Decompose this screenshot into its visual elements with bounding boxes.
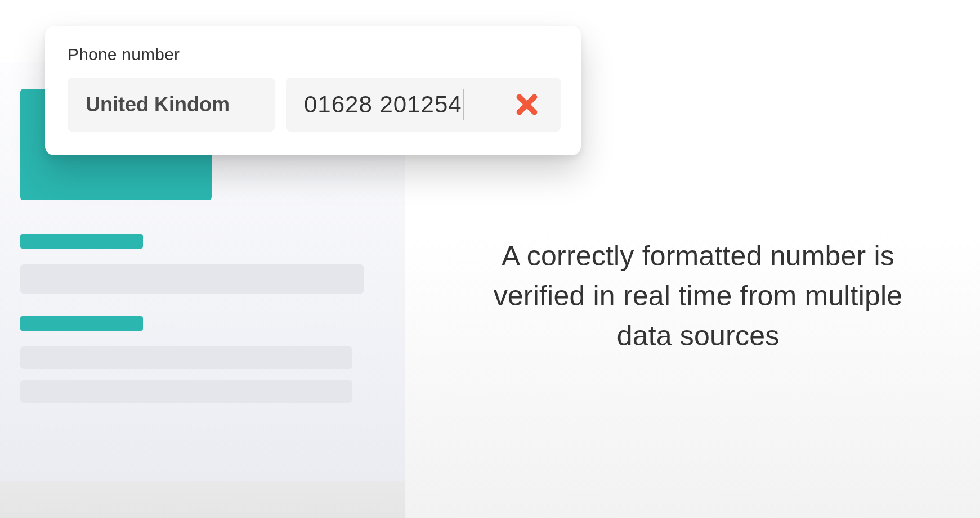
bg-field-input-2b <box>20 380 352 403</box>
bg-field-label-1 <box>20 234 143 249</box>
clear-button[interactable] <box>511 89 543 120</box>
text-cursor <box>463 89 464 120</box>
country-select[interactable]: United Kindom <box>68 78 275 132</box>
bg-field-input-2a <box>20 346 352 369</box>
phone-value: 01628 201254 <box>304 91 462 118</box>
phone-input[interactable]: 01628 201254 <box>286 78 561 132</box>
phone-number-label: Phone number <box>68 45 561 64</box>
bg-field-label-2 <box>20 316 143 331</box>
bg-field-input-1 <box>20 264 364 294</box>
phone-input-text: 01628 201254 <box>304 89 464 120</box>
marketing-caption: A correctly formatted number is verified… <box>473 236 923 356</box>
phone-number-row: United Kindom 01628 201254 <box>68 78 561 132</box>
close-icon <box>514 92 540 118</box>
phone-number-card: Phone number United Kindom 01628 201254 <box>45 26 581 155</box>
